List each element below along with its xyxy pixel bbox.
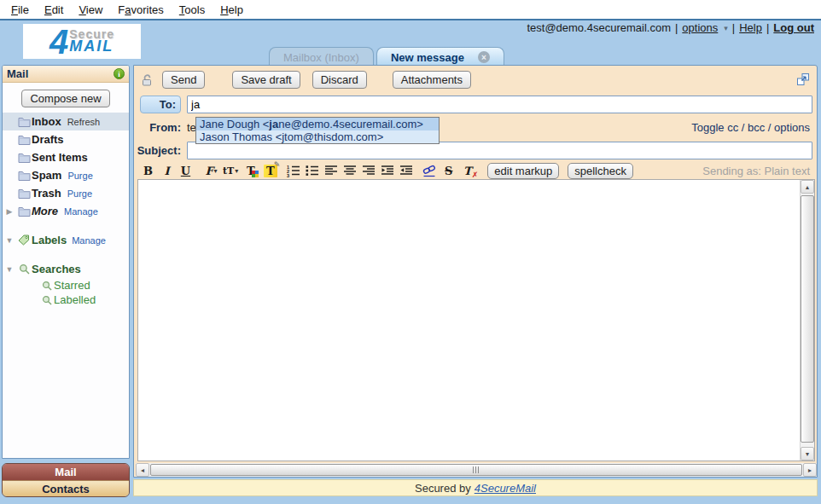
highlight-color-icon[interactable]: T✎ [263,163,277,178]
sidebar-item-inbox[interactable]: Inbox Refresh [3,113,129,130]
search-label: Starred [54,279,90,292]
secured-by-text: Secured by [415,482,471,495]
menu-help[interactable]: Help [213,2,251,18]
align-center-icon[interactable] [342,163,357,178]
folder-label: Drafts [32,133,64,146]
manage-link[interactable]: Manage [64,206,98,217]
sidebar-item-searches[interactable]: ▼ Searches [3,260,129,278]
close-tab-icon[interactable]: × [478,51,490,63]
app-logo: 4 Secure MAIL [23,24,141,59]
message-body-editor[interactable]: ▴ ▾ [137,179,815,461]
caret-down-icon: ▾ [214,166,218,175]
scroll-up-icon[interactable]: ▴ [801,180,814,194]
search-icon [40,295,54,305]
refresh-link[interactable]: Refresh [67,117,101,127]
autocomplete-item[interactable]: Jane Dough <jane@demo.4securemail.com> [196,118,439,130]
manage-link[interactable]: Manage [72,235,106,246]
sidebar-item-starred[interactable]: Starred [3,278,129,293]
font-face-icon[interactable]: F▾ [204,163,218,178]
folder-icon [16,152,32,163]
vertical-scroll-thumb[interactable] [801,195,814,443]
strikethrough-icon[interactable]: S [441,163,456,178]
popout-window-icon[interactable] [796,72,810,86]
remove-format-icon[interactable]: T✗ [460,163,475,178]
compose-new-button[interactable]: Compose new [21,90,109,107]
insert-link-icon[interactable] [422,163,437,178]
secured-footer: Secured by 4SecureMail [133,479,818,496]
numbered-list-icon[interactable]: 123 [286,163,300,178]
nav-contacts-button[interactable]: Contacts [3,480,129,496]
sidebar-item-more[interactable]: ▶ More Manage [3,202,129,220]
svg-text:3: 3 [287,173,289,178]
logo-mail: MAIL [69,39,114,54]
logo-numeral: 4 [49,26,68,57]
font-size-icon[interactable]: tT▾ [223,163,238,178]
to-input[interactable] [187,96,812,113]
tab-mailbox-inbox[interactable]: Mailbox (Inbox) [269,47,374,65]
align-right-icon[interactable] [361,163,376,178]
menu-tools[interactable]: Tools [172,2,213,18]
to-row: To: [134,94,817,114]
spellcheck-button[interactable]: spellcheck [568,163,633,179]
save-draft-button[interactable]: Save draft [232,71,300,89]
nav-mail-button[interactable]: Mail [3,464,129,480]
folder-icon [16,206,32,217]
sidebar-item-trash[interactable]: Trash Purge [3,184,129,202]
sidebar-item-sent-items[interactable]: Sent Items [3,148,129,166]
help-link[interactable]: Help [739,21,762,34]
chevron-down-icon[interactable]: ▼ [3,236,16,245]
scroll-left-icon[interactable]: ◂ [136,463,149,477]
thumb-grip [473,466,480,473]
to-addressbook-button[interactable]: To: [140,96,181,113]
folder-label: More [32,205,58,217]
underline-icon[interactable]: U [178,163,193,178]
chevron-down-icon[interactable]: ▼ [3,265,16,274]
folder-icon [16,188,32,199]
sidebar-item-labels[interactable]: ▼ Labels Manage [3,231,129,249]
discard-button[interactable]: Discard [312,71,367,89]
menu-file[interactable]: File [3,2,37,18]
attachments-button[interactable]: Attachments [393,71,471,89]
folder-icon [16,170,32,181]
search-label: Labelled [54,293,96,306]
mail-sidebar: Mail i Compose new Inbox Refresh Drafts … [2,65,130,459]
logout-link[interactable]: Log out [773,21,814,34]
outdent-icon[interactable] [399,163,413,178]
send-button[interactable]: Send [162,71,205,89]
toggle-cc-bcc-link[interactable]: Toggle cc / bcc / options [691,121,810,134]
font-color-icon[interactable]: T [242,163,259,178]
scroll-right-icon[interactable]: ▸ [803,463,817,477]
menu-edit[interactable]: Edit [37,2,71,18]
bold-icon[interactable]: B [141,163,155,178]
tab-new-message[interactable]: New message × [376,47,504,65]
purge-link[interactable]: Purge [67,188,92,199]
folder-label: Inbox [32,115,61,128]
lock-open-icon[interactable] [141,72,155,87]
align-left-icon[interactable] [323,163,338,178]
italic-icon[interactable]: I [160,163,174,178]
compose-toolbar: Send Save draft Discard Attachments [134,68,817,90]
options-link[interactable]: options [682,21,718,34]
scroll-down-icon[interactable]: ▾ [801,447,814,461]
sending-as-status: Sending as: Plain text [702,165,810,177]
sidebar-item-labelled[interactable]: Labelled [3,293,129,307]
horizontal-scrollbar[interactable]: ◂ ▸ [136,463,817,477]
menu-view[interactable]: View [71,2,110,18]
autocomplete-item[interactable]: Jason Thomas <jtom@thisdom.com> [196,130,439,143]
folder-icon [16,134,32,145]
purge-link[interactable]: Purge [67,171,92,181]
chevron-right-icon[interactable]: ▶ [3,207,16,216]
indent-icon[interactable] [380,163,394,178]
sidebar-item-drafts[interactable]: Drafts [3,130,129,148]
info-icon[interactable]: i [114,68,125,79]
subject-label: Subject: [134,144,181,157]
horizontal-scroll-thumb[interactable] [150,464,802,476]
searches-label: Searches [32,263,81,275]
sidebar-item-spam[interactable]: Spam Purge [3,166,129,184]
edit-markup-button[interactable]: edit markup [487,163,559,179]
brand-link[interactable]: 4SecureMail [475,482,536,495]
bullet-list-icon[interactable] [305,163,319,178]
vertical-scrollbar[interactable]: ▴ ▾ [800,180,814,461]
menu-favorites[interactable]: Favorites [110,2,171,18]
separator: | [766,21,769,34]
